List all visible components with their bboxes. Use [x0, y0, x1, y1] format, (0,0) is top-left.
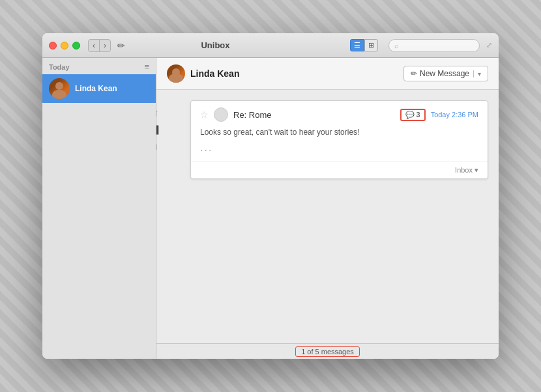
action-icons: 🗑 ⬛ ⊟ — [156, 100, 160, 152]
minimize-button[interactable] — [61, 42, 68, 49]
main-content: Today ≡ 2:36 PM Linda Kean Linda Kean — [42, 58, 499, 359]
delete-icon[interactable]: 🗑 — [156, 107, 160, 119]
search-box: ⌕ — [388, 39, 480, 52]
sidebar-item-name: Linda Kean — [75, 84, 149, 93]
search-icon: ⌕ — [394, 42, 399, 49]
search-input[interactable] — [401, 42, 474, 49]
close-button[interactable] — [49, 42, 57, 49]
star-icon[interactable]: ☆ — [200, 109, 209, 120]
sidebar-item-info: 2:36 PM Linda Kean — [75, 84, 149, 93]
sidebar-item-linda[interactable]: 2:36 PM Linda Kean — [42, 74, 156, 103]
email-count-badge: 💬 3 — [400, 109, 426, 121]
titlebar-controls: ☰ ⊞ ⌕ ⤢ — [345, 39, 492, 52]
archive-icon[interactable]: ⬛ — [156, 124, 160, 135]
inbox-arrow[interactable]: ▾ — [475, 166, 478, 175]
main-window: ‹ › ✏ Unibox ☰ ⊞ ⌕ ⤢ — [42, 33, 499, 359]
compose-btn-icon: ✏ — [411, 69, 417, 78]
new-message-label: New Message — [420, 69, 469, 78]
content-body: 🗑 ⬛ ⊟ ☆ Re: Rome 💬 3 — [156, 90, 499, 343]
titlebar: ‹ › ✏ Unibox ☰ ⊞ ⌕ ⤢ — [42, 33, 499, 58]
content-avatar — [167, 64, 185, 83]
window-title: Unibox — [86, 40, 345, 50]
inbox-text: Inbox — [455, 166, 473, 174]
content-header: Linda Kean ✏ New Message ▾ — [156, 58, 499, 90]
email-card-header: ☆ Re: Rome 💬 3 Today 2:36 PM — [191, 101, 488, 127]
sender-avatar — [214, 107, 228, 122]
sidebar-header: Today ≡ — [42, 58, 156, 74]
new-message-button[interactable]: ✏ New Message ▾ — [403, 66, 488, 81]
filter-icon[interactable]: ≡ — [144, 62, 149, 72]
traffic-lights — [49, 42, 80, 49]
fullscreen-button[interactable] — [72, 42, 80, 49]
view-mode-control: ☰ ⊞ — [350, 39, 378, 51]
grid-view-button[interactable]: ⊞ — [364, 39, 378, 51]
email-dots: ··· — [191, 145, 488, 161]
email-count: 3 — [417, 111, 420, 119]
content-panel: Linda Kean ✏ New Message ▾ 🗑 ⬛ ⊟ — [156, 58, 499, 359]
email-footer: Inbox ▾ — [191, 161, 488, 178]
contact-name: Linda Kean — [190, 68, 239, 79]
email-time: Today 2:36 PM — [431, 111, 478, 119]
move-icon[interactable]: ⊟ — [156, 141, 160, 152]
email-card[interactable]: ☆ Re: Rome 💬 3 Today 2:36 PM Looks so gr… — [190, 100, 488, 179]
list-view-button[interactable]: ☰ — [350, 39, 364, 51]
sidebar: Today ≡ 2:36 PM Linda Kean — [42, 58, 156, 359]
sidebar-section-label: Today — [49, 63, 70, 71]
email-area: 🗑 ⬛ ⊟ ☆ Re: Rome 💬 3 — [167, 100, 488, 179]
inbox-label: Inbox ▾ — [455, 166, 478, 175]
avatar-linda — [49, 78, 70, 99]
search-area: ⌕ — [388, 39, 480, 52]
email-subject: Re: Rome — [233, 110, 395, 120]
content-title-row: Linda Kean — [167, 64, 239, 83]
email-preview: Looks so great, can't wait to hear your … — [191, 127, 488, 145]
chat-icon: 💬 — [405, 111, 415, 119]
resize-icon: ⤢ — [486, 41, 492, 49]
new-message-dropdown-icon[interactable]: ▾ — [473, 70, 481, 77]
statusbar: 1 of 5 messages — [156, 343, 499, 359]
status-text: 1 of 5 messages — [295, 346, 360, 357]
